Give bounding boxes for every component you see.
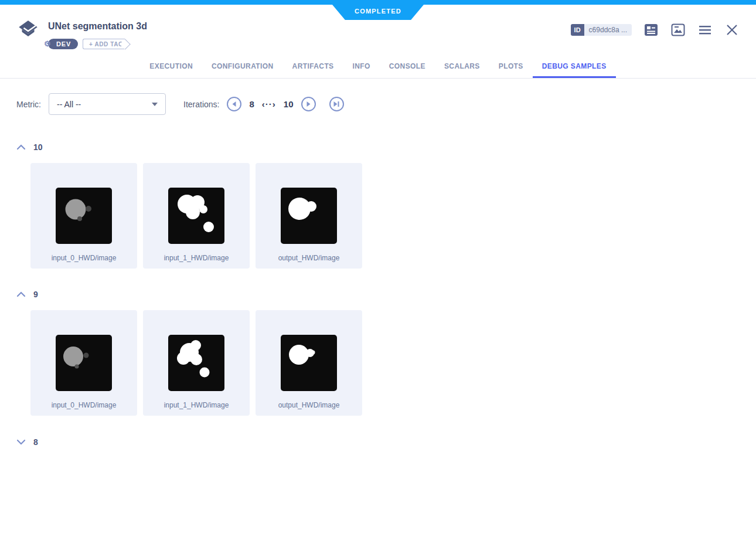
experiment-id-badge[interactable]: ID c69ddc8a ... — [571, 24, 632, 36]
iteration-10-header[interactable]: 10 — [16, 142, 740, 152]
next-iteration-button[interactable] — [301, 97, 316, 111]
thumbnail-input-0 — [56, 335, 112, 391]
iteration-9-cards: input_0_HWD/image input_1_HWD/image — [30, 310, 740, 416]
tab-execution[interactable]: EXECUTION — [140, 57, 202, 78]
debug-image-card[interactable]: input_1_HWD/image — [143, 310, 250, 416]
menu-button[interactable] — [697, 22, 713, 38]
thumbnail-output — [281, 188, 337, 244]
iteration-to: 10 — [284, 99, 294, 109]
hamburger-icon — [698, 23, 712, 37]
id-value: c69ddc8a ... — [584, 24, 632, 36]
iteration-number: 10 — [33, 142, 43, 152]
tag-dev[interactable]: ⚙ DEV — [48, 39, 78, 49]
close-button[interactable] — [724, 22, 740, 38]
chevron-up-icon — [16, 291, 26, 297]
debug-image-card[interactable]: input_1_HWD/image — [143, 163, 250, 269]
iteration-section-8: 8 — [16, 437, 740, 447]
iteration-section-10: 10 input_0_HWD/image — [16, 142, 740, 269]
page-title: UNet segmentation 3d — [48, 18, 147, 32]
tab-plots[interactable]: PLOTS — [489, 57, 533, 78]
image-preview-button[interactable] — [670, 22, 686, 38]
prev-icon — [231, 101, 237, 107]
last-iteration-button[interactable] — [329, 97, 344, 111]
chevron-down-icon — [16, 439, 26, 445]
metric-selected-value: -- All -- — [57, 100, 81, 109]
iteration-range-icon: ‹··› — [262, 99, 276, 109]
tab-bar: EXECUTION CONFIGURATION ARTIFACTS INFO C… — [0, 57, 756, 79]
chevron-down-icon — [152, 103, 158, 106]
image-icon — [671, 23, 685, 37]
tab-scalars[interactable]: SCALARS — [435, 57, 489, 78]
debug-samples-toolbar: Metric: -- All -- Iterations: 8 ‹··› 10 — [0, 79, 756, 115]
thumbnail-input-1 — [168, 188, 224, 244]
id-label: ID — [571, 24, 584, 36]
debug-image-card[interactable]: output_HWD/image — [256, 163, 362, 269]
tab-info[interactable]: INFO — [343, 57, 380, 78]
status-badge: COMPLETED — [332, 5, 424, 20]
tab-configuration[interactable]: CONFIGURATION — [202, 57, 283, 78]
iteration-number: 8 — [33, 437, 38, 447]
metric-label: Metric: — [16, 100, 41, 109]
debug-samples-content: 10 input_0_HWD/image — [0, 142, 756, 447]
metric-dropdown[interactable]: -- All -- — [49, 93, 166, 115]
prev-iteration-button[interactable] — [227, 97, 241, 111]
image-caption: input_1_HWD/image — [143, 254, 250, 262]
details-view-button[interactable] — [643, 22, 659, 38]
thumbnail-input-1 — [168, 335, 224, 391]
iteration-9-header[interactable]: 9 — [16, 290, 740, 299]
iteration-8-header[interactable]: 8 — [16, 437, 740, 447]
image-caption: input_1_HWD/image — [143, 401, 250, 409]
iteration-from: 8 — [249, 99, 254, 109]
chevron-up-icon — [16, 144, 26, 150]
tags-row: ⚙ DEV + ADD TAG — [48, 39, 147, 49]
debug-image-card[interactable]: input_0_HWD/image — [30, 310, 137, 416]
image-caption: output_HWD/image — [256, 254, 362, 262]
skip-to-end-icon — [333, 101, 340, 107]
status-ribbon: COMPLETED — [0, 0, 756, 5]
tab-debug-samples[interactable]: DEBUG SAMPLES — [533, 57, 616, 78]
tab-artifacts[interactable]: ARTIFACTS — [283, 57, 343, 78]
details-icon — [644, 23, 658, 37]
experiment-icon — [18, 19, 39, 40]
tab-console[interactable]: CONSOLE — [380, 57, 435, 78]
image-caption: input_0_HWD/image — [30, 254, 137, 262]
iteration-number: 9 — [33, 290, 38, 299]
iteration-section-9: 9 input_0_HWD/image — [16, 290, 740, 416]
thumbnail-output — [281, 335, 337, 391]
debug-image-card[interactable]: input_0_HWD/image — [30, 163, 137, 269]
add-tag-button[interactable]: + ADD TAG — [83, 39, 124, 49]
iteration-10-cards: input_0_HWD/image input_1_HWD/image — [30, 163, 740, 269]
image-caption: output_HWD/image — [256, 401, 362, 409]
gear-icon: ⚙ — [44, 39, 51, 48]
debug-image-card[interactable]: output_HWD/image — [256, 310, 362, 416]
thumbnail-input-0 — [56, 188, 112, 244]
next-icon — [305, 101, 312, 107]
image-caption: input_0_HWD/image — [30, 401, 137, 409]
close-icon — [726, 23, 738, 36]
iterations-label: Iterations: — [183, 100, 219, 109]
